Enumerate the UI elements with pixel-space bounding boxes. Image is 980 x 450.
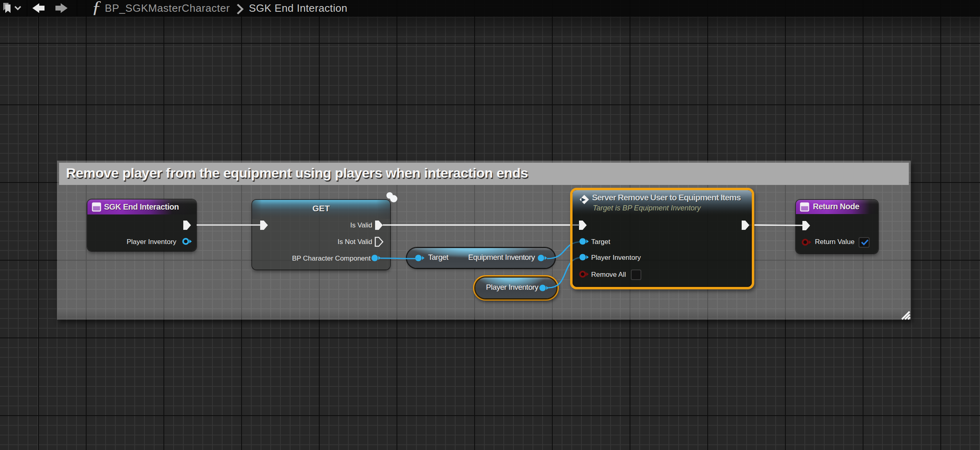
svg-text:ƒ: ƒ (91, 0, 102, 16)
